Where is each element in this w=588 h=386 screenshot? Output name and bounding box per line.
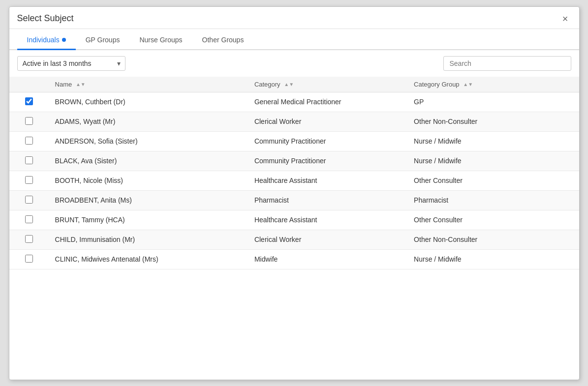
filter-wrapper: Active in last 3 months All Inactive ▾ [17,56,125,71]
row-name: BOOTH, Nicole (Miss) [49,171,248,190]
dialog-header: Select Subject × [9,7,579,29]
row-category-group: Other Non-Consulter [408,112,579,131]
tabs-bar: Individuals GP Groups Nurse Groups Other… [9,31,579,50]
row-checkbox[interactable] [25,215,33,223]
row-category-group: Nurse / Midwife [408,249,579,269]
search-input[interactable] [443,56,571,71]
row-category-group: Other Consulter [408,171,579,190]
row-category: Clerical Worker [248,230,408,249]
dialog-title: Select Subject [17,13,74,24]
table-row: ADAMS, Wyatt (Mr)Clerical WorkerOther No… [9,112,579,131]
row-checkbox-cell [9,151,49,171]
row-category: General Medical Practitioner [248,92,408,112]
row-category-group: Nurse / Midwife [408,151,579,171]
row-category: Healthcare Assistant [248,210,408,230]
col-header-check [9,77,49,92]
row-name: BROWN, Cuthbert (Dr) [49,92,248,112]
row-category-group: GP [408,92,579,112]
table-row: BLACK, Ava (Sister)Community Practitione… [9,151,579,171]
table-header-row: Name ▲▼ Category ▲▼ Category Group ▲▼ [9,77,579,92]
active-dot [62,38,66,42]
row-checkbox[interactable] [25,176,33,184]
table-row: ANDERSON, Sofia (Sister)Community Practi… [9,131,579,151]
row-name: CHILD, Immunisation (Mr) [49,230,248,249]
row-category-group: Nurse / Midwife [408,131,579,151]
tab-gp-groups[interactable]: GP Groups [76,31,130,50]
row-checkbox[interactable] [25,156,33,164]
table-scroll[interactable]: Name ▲▼ Category ▲▼ Category Group ▲▼ [9,77,579,269]
row-checkbox[interactable] [25,235,33,243]
table-row: CLINIC, Midwives Antenatal (Mrs)MidwifeN… [9,249,579,269]
tab-individuals[interactable]: Individuals [17,31,76,50]
row-checkbox-cell [9,131,49,151]
table-row: BOOTH, Nicole (Miss)Healthcare Assistant… [9,171,579,190]
sort-icon-category-group[interactable]: ▲▼ [463,82,473,87]
table-container: Name ▲▼ Category ▲▼ Category Group ▲▼ [9,77,579,380]
row-checkbox[interactable] [25,255,33,263]
row-checkbox-cell [9,112,49,131]
row-name: ANDERSON, Sofia (Sister) [49,131,248,151]
toolbar: Active in last 3 months All Inactive ▾ [9,50,579,77]
row-checkbox-cell [9,92,49,112]
tab-other-groups[interactable]: Other Groups [192,31,254,50]
row-checkbox[interactable] [25,97,33,105]
row-category: Community Practitioner [248,151,408,171]
row-category-group: Other Non-Consulter [408,230,579,249]
row-name: ADAMS, Wyatt (Mr) [49,112,248,131]
col-header-name: Name ▲▼ [49,77,248,92]
row-category: Healthcare Assistant [248,171,408,190]
row-category: Midwife [248,249,408,269]
row-checkbox-cell [9,249,49,269]
row-name: BLACK, Ava (Sister) [49,151,248,171]
row-category-group: Other Consulter [408,210,579,230]
row-checkbox[interactable] [25,196,33,204]
table-row: BROADBENT, Anita (Ms)PharmacistPharmacis… [9,190,579,210]
row-checkbox[interactable] [25,117,33,125]
table-row: BROWN, Cuthbert (Dr)General Medical Prac… [9,92,579,112]
row-checkbox-cell [9,171,49,190]
close-button[interactable]: × [559,13,571,25]
filter-select[interactable]: Active in last 3 months All Inactive [17,56,125,71]
row-name: BRUNT, Tammy (HCA) [49,210,248,230]
sort-icon-name[interactable]: ▲▼ [76,82,86,87]
row-category: Clerical Worker [248,112,408,131]
row-category: Community Practitioner [248,131,408,151]
row-checkbox[interactable] [25,137,33,145]
tab-nurse-groups[interactable]: Nurse Groups [129,31,192,50]
row-category: Pharmacist [248,190,408,210]
row-category-group: Pharmacist [408,190,579,210]
col-header-category-group: Category Group ▲▼ [408,77,579,92]
table-body: BROWN, Cuthbert (Dr)General Medical Prac… [9,92,579,269]
sort-icon-category[interactable]: ▲▼ [284,82,294,87]
col-header-category: Category ▲▼ [248,77,408,92]
table-row: CHILD, Immunisation (Mr)Clerical WorkerO… [9,230,579,249]
row-checkbox-cell [9,210,49,230]
row-checkbox-cell [9,190,49,210]
row-name: BROADBENT, Anita (Ms) [49,190,248,210]
row-checkbox-cell [9,230,49,249]
subjects-table: Name ▲▼ Category ▲▼ Category Group ▲▼ [9,77,579,269]
row-name: CLINIC, Midwives Antenatal (Mrs) [49,249,248,269]
table-row: BRUNT, Tammy (HCA)Healthcare AssistantOt… [9,210,579,230]
select-subject-dialog: Select Subject × Individuals GP Groups N… [9,6,580,380]
